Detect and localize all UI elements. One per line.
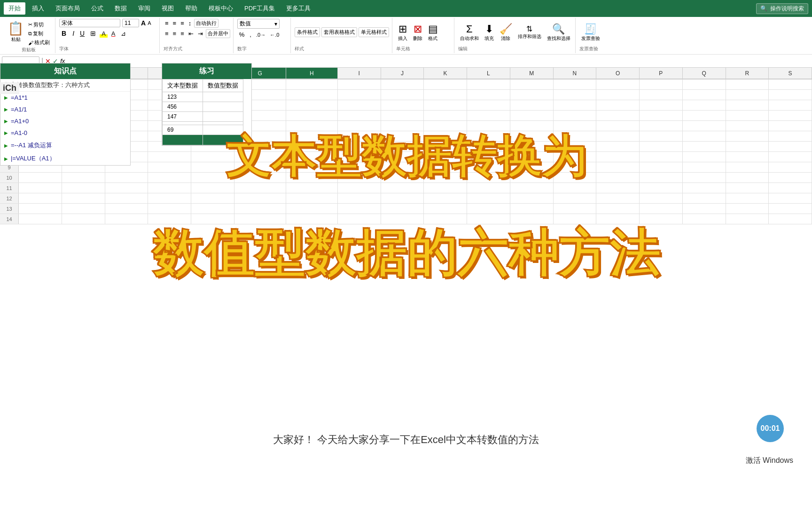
merge-center-button[interactable]: 合并居中 — [206, 29, 230, 38]
format-painter-button[interactable]: 🖌 格式刷 — [27, 39, 51, 47]
cell-e12[interactable] — [148, 193, 191, 203]
cell-o11[interactable] — [596, 183, 640, 193]
align-top-button[interactable]: ≡ — [164, 19, 170, 27]
cell-n3[interactable] — [554, 100, 597, 110]
cell-b12[interactable] — [19, 193, 62, 203]
cell-k13[interactable] — [424, 204, 467, 214]
cell-c12[interactable] — [62, 193, 105, 203]
cell-r3[interactable] — [726, 100, 769, 110]
cell-l4[interactable] — [467, 111, 510, 120]
cut-button[interactable]: ✂ 剪切 — [27, 21, 51, 29]
col-header-m[interactable]: M — [510, 68, 554, 79]
cell-p2[interactable] — [640, 90, 683, 100]
cell-r14[interactable] — [726, 214, 769, 224]
delete-button[interactable]: ⊠ 删除 — [411, 22, 424, 43]
cell-m12[interactable] — [510, 193, 554, 203]
cell-s11[interactable] — [769, 183, 812, 193]
cell-k2[interactable] — [424, 90, 467, 100]
conditional-format-button[interactable]: 条件格式 — [295, 27, 320, 37]
cell-o1[interactable] — [596, 79, 640, 89]
cell-q1[interactable] — [683, 79, 726, 89]
auto-sum-button[interactable]: Σ 自动求和 — [458, 22, 481, 43]
thousands-button[interactable]: , — [248, 30, 253, 39]
cell-h11[interactable] — [286, 183, 338, 193]
cell-i1[interactable] — [338, 79, 381, 89]
cell-s4[interactable] — [769, 111, 812, 120]
col-header-j[interactable]: J — [381, 68, 424, 79]
auto-execute-button[interactable]: 自动执行 — [194, 19, 219, 28]
border-button[interactable]: ⊞ — [88, 29, 98, 38]
cell-l2[interactable] — [467, 90, 510, 100]
cell-h14[interactable] — [286, 214, 338, 224]
cell-r12[interactable] — [726, 193, 769, 203]
cell-c11[interactable] — [62, 183, 105, 193]
cell-j14[interactable] — [381, 214, 424, 224]
format-button[interactable]: ▤ 格式 — [426, 22, 440, 43]
cell-p5[interactable] — [640, 121, 683, 131]
cell-o12[interactable] — [596, 193, 640, 203]
decrease-decimal-button[interactable]: ←.0 — [268, 31, 281, 39]
cell-s9[interactable] — [769, 162, 812, 172]
cell-h4[interactable] — [286, 111, 338, 120]
cell-o2[interactable] — [596, 90, 640, 100]
cell-r1[interactable] — [726, 79, 769, 89]
col-header-l[interactable]: L — [467, 68, 510, 79]
fill-color-button[interactable]: A — [100, 30, 108, 38]
cell-n2[interactable] — [554, 90, 597, 100]
tab-data[interactable]: 数据 — [110, 2, 132, 15]
cell-p4[interactable] — [640, 111, 683, 120]
cell-q11[interactable] — [683, 183, 726, 193]
cell-i11[interactable] — [338, 183, 381, 193]
row-header-13[interactable]: 13 — [0, 204, 19, 214]
insert-button[interactable]: ⊞ 插入 — [396, 22, 409, 43]
col-header-o[interactable]: O — [596, 68, 640, 79]
cell-m2[interactable] — [510, 90, 554, 100]
cell-h1[interactable] — [286, 79, 338, 89]
col-header-p[interactable]: P — [640, 68, 683, 79]
row-header-10[interactable]: 10 — [0, 173, 19, 183]
cell-q12[interactable] — [683, 193, 726, 203]
cell-b13[interactable] — [19, 204, 62, 214]
align-left-button[interactable]: ≡ — [164, 30, 170, 38]
cell-i13[interactable] — [338, 204, 381, 214]
fill-button[interactable]: ⬇ 填充 — [483, 22, 496, 43]
cell-g13[interactable] — [234, 204, 286, 214]
cell-k4[interactable] — [424, 111, 467, 120]
cell-e11[interactable] — [148, 183, 191, 193]
increase-decimal-button[interactable]: .0→ — [255, 31, 267, 39]
row-header-11[interactable]: 11 — [0, 183, 19, 193]
col-header-k[interactable]: K — [424, 68, 467, 79]
bold-button[interactable]: B — [59, 29, 69, 38]
tab-insert[interactable]: 插入 — [27, 2, 49, 15]
cell-i4[interactable] — [338, 111, 381, 120]
cell-n4[interactable] — [554, 111, 597, 120]
cell-g14[interactable] — [234, 214, 286, 224]
cell-q5[interactable] — [683, 121, 726, 131]
cell-o14[interactable] — [596, 214, 640, 224]
cell-c14[interactable] — [62, 214, 105, 224]
cell-m14[interactable] — [510, 214, 554, 224]
value-cell-4[interactable] — [203, 122, 243, 125]
cell-d13[interactable] — [105, 204, 148, 214]
font-increase-icon[interactable]: A — [141, 19, 146, 27]
cell-r4[interactable] — [726, 111, 769, 120]
cell-i14[interactable] — [338, 214, 381, 224]
tab-help[interactable]: 帮助 — [180, 2, 202, 15]
cell-p11[interactable] — [640, 183, 683, 193]
cell-j12[interactable] — [381, 193, 424, 203]
cell-k1[interactable] — [424, 79, 467, 89]
find-select-button[interactable]: 🔍 查找和选择 — [545, 22, 572, 43]
cell-j11[interactable] — [381, 183, 424, 193]
cell-n1[interactable] — [554, 79, 597, 89]
col-header-q[interactable]: Q — [683, 68, 726, 79]
cell-f11[interactable] — [191, 183, 234, 193]
cell-m11[interactable] — [510, 183, 554, 193]
cell-q13[interactable] — [683, 204, 726, 214]
cell-e13[interactable] — [148, 204, 191, 214]
cell-j13[interactable] — [381, 204, 424, 214]
cell-h13[interactable] — [286, 204, 338, 214]
cell-o3[interactable] — [596, 100, 640, 110]
align-middle-button[interactable]: ≡ — [172, 19, 178, 27]
text-cell-3[interactable]: 147 — [163, 112, 203, 122]
value-cell-3[interactable] — [203, 112, 243, 122]
